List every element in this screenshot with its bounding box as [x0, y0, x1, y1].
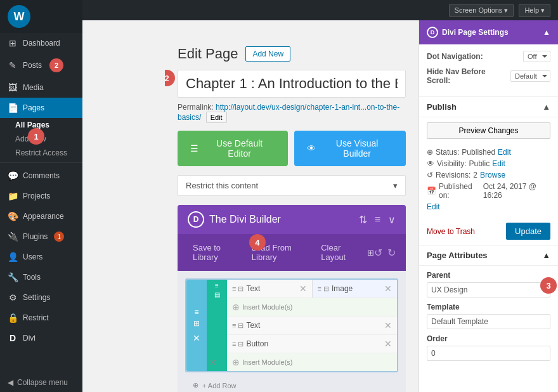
parent-select[interactable]: UX Design [427, 282, 550, 297]
dot-nav-value: Off [523, 51, 550, 62]
order-input[interactable] [427, 346, 550, 361]
publish-header: Publish ▲ [419, 97, 558, 117]
menu-icon[interactable]: ≡ [375, 214, 380, 226]
comments-icon: 💬 [8, 171, 18, 181]
sidebar-item-appearance[interactable]: 🎨 Appearance [0, 206, 82, 226]
site-logo: W [0, 0, 82, 33]
collapse-menu[interactable]: ◀ Collapse menu [0, 373, 82, 392]
plus-icon-2: ⊕ [232, 357, 240, 367]
help-button[interactable]: Help ▾ [519, 4, 550, 17]
published-date-edit-link[interactable]: Edit [427, 202, 440, 211]
annotation-badge-3: 3 [540, 277, 557, 294]
clear-layout-button[interactable]: Clear Layout [316, 240, 367, 265]
insert-module-2[interactable]: ⊕ Insert Module(s) [227, 353, 297, 371]
chapter-title-input[interactable] [178, 70, 406, 98]
dot-nav-select[interactable]: Off [523, 51, 550, 62]
module-menu-icon: ≡ [232, 322, 236, 330]
visibility-edit-link[interactable]: Edit [492, 159, 505, 168]
add-row-bar[interactable]: ⊕ + Add Row [185, 377, 398, 392]
col-handle-icon: ≡ [215, 282, 219, 289]
plus-icon: ⊕ [232, 302, 240, 312]
sidebar-item-comments[interactable]: 💬 Comments [0, 166, 82, 186]
plugins-icon: 🔌 [8, 232, 18, 242]
sidebar-item-dashboard[interactable]: ⊞ Dashboard [0, 33, 82, 53]
sidebar-item-projects[interactable]: 📁 Projects [0, 186, 82, 206]
module-grid-icon: ⊟ [238, 340, 243, 348]
module-grid-icon: ⊟ [238, 285, 243, 293]
delete-icon[interactable]: ✕ [209, 358, 216, 367]
module-menu-icon: ≡ [318, 285, 321, 293]
update-button[interactable]: Update [506, 223, 550, 240]
right-sidebar: D Divi Page Settings ▲ Dot Navigation: O… [418, 20, 558, 392]
module-label-image: Image [332, 284, 382, 293]
default-editor-button[interactable]: ☰ Use Default Editor [178, 131, 288, 166]
sidebar-item-pages[interactable]: 📄 Pages [0, 98, 82, 118]
publish-date-row: 📅 Published on: Oct 24, 2017 @ 16:26 [427, 182, 550, 200]
attributes-collapse-icon[interactable]: ▲ [542, 251, 550, 260]
divi-toolbar: Save to Library 4 Load From Library Clea… [178, 234, 406, 271]
sidebar-item-tools[interactable]: 🔧 Tools [0, 267, 82, 287]
module-icons-3: ≡ ⊟ [232, 340, 243, 348]
move-to-trash-link[interactable]: Move to Trash [427, 227, 475, 236]
module-icons-2: ≡ ⊟ [232, 322, 243, 330]
grid-icon[interactable]: ⊞ [367, 248, 374, 258]
sidebar-item-divi[interactable]: D Divi [0, 328, 82, 348]
row-delete-icon[interactable]: ✕ [193, 333, 200, 343]
text-module-2: ≡ ⊟ Text ✕ [227, 317, 397, 334]
save-to-library-button[interactable]: Save to Library 4 [188, 240, 247, 265]
page-attributes-header: Page Attributes ▲ [419, 245, 558, 266]
revisions-browse-link[interactable]: Browse [480, 171, 505, 180]
module-close-img[interactable]: ✕ [384, 284, 392, 294]
attributes-body: Parent 3 UX Design Template Default Temp… [419, 266, 558, 366]
redo-icon[interactable]: ↻ [387, 247, 396, 259]
permalink-edit-button[interactable]: Edit [206, 112, 227, 123]
page-title-row: Edit Page Add New [178, 46, 406, 62]
sidebar-item-media[interactable]: 🖼 Media [0, 77, 82, 98]
divi-header-icons: ⇅ ≡ ∨ [359, 214, 396, 226]
divi-logo: D [188, 211, 204, 228]
sidebar-sub-restrict-access[interactable]: Restrict Access [0, 146, 82, 160]
template-select[interactable]: Default Template [427, 314, 550, 329]
sidebar-sub-add-new[interactable]: Add New 1 [0, 132, 82, 146]
status-edit-link[interactable]: Edit [498, 148, 511, 157]
module-close-1[interactable]: ✕ [299, 284, 307, 294]
settings-expand-icon[interactable]: ▲ [543, 28, 550, 37]
sort-icon[interactable]: ⇅ [359, 214, 367, 226]
row-handle[interactable]: ≡ ⊞ ✕ [186, 280, 207, 371]
sidebar-item-users[interactable]: 👤 Users [0, 247, 82, 267]
main-content: Edit Page Add New 2 Permalink: http://la… [165, 20, 418, 392]
divi-builder-header: D The Divi Builder ⇅ ≡ ∨ [178, 205, 406, 234]
chevron-down-icon[interactable]: ∨ [388, 214, 396, 226]
publish-collapse-icon[interactable]: ▲ [542, 102, 550, 112]
module-close-2[interactable]: ✕ [384, 320, 392, 330]
screen-options-button[interactable]: Screen Options ▾ [449, 4, 514, 17]
preview-changes-button[interactable]: Preview Changes [427, 122, 550, 139]
sidebar-item-restrict[interactable]: 🔒 Restrict [0, 308, 82, 328]
sidebar: W ⊞ Dashboard ✎ Posts 2 🖼 Media 📄 Pages … [0, 0, 82, 392]
sidebar-item-settings[interactable]: ⚙ Settings [0, 287, 82, 308]
module-menu-icon: ≡ [232, 340, 236, 348]
row-col-icon: ⊞ [193, 319, 200, 328]
restrict-content-bar[interactable]: Restrict this content ▾ [178, 175, 406, 196]
annotation-badge-2: 2 [165, 70, 175, 86]
undo-icon[interactable]: ↺ [374, 247, 382, 259]
divi-nav-icon: D [8, 333, 18, 343]
sidebar-item-posts[interactable]: ✎ Posts 2 [0, 53, 82, 77]
publish-info: ⊕ Status: Published Edit 👁 Visibility: P… [419, 144, 558, 218]
sidebar-item-plugins[interactable]: 🔌 Plugins 1 [0, 226, 82, 247]
visual-builder-button[interactable]: 👁 Use Visual Builder [294, 131, 406, 166]
module-icons-img: ≡ ⊟ [318, 285, 329, 293]
text-module-1: ≡ ⊟ Text ✕ [227, 280, 312, 297]
row-delete-bottom[interactable]: ✕ [209, 358, 216, 367]
hide-nav-select[interactable]: Default [510, 70, 550, 82]
col-row-2: ≡ ⊟ Text ✕ [227, 317, 397, 335]
publish-actions: Move to Trash Update [419, 218, 558, 245]
divi-toolbar-extra-icons: ⊞ [367, 248, 374, 258]
add-new-button[interactable]: Add New [245, 46, 290, 62]
divi-settings-title: D Divi Page Settings [427, 27, 509, 38]
dashboard-icon: ⊞ [8, 38, 18, 48]
insert-module-1[interactable]: ⊕ Insert Module(s) [227, 298, 297, 316]
divi-builder: D The Divi Builder ⇅ ≡ ∨ Save to Library… [178, 205, 406, 392]
module-close-3[interactable]: ✕ [384, 339, 392, 349]
divi-settings-logo: D [427, 27, 438, 38]
